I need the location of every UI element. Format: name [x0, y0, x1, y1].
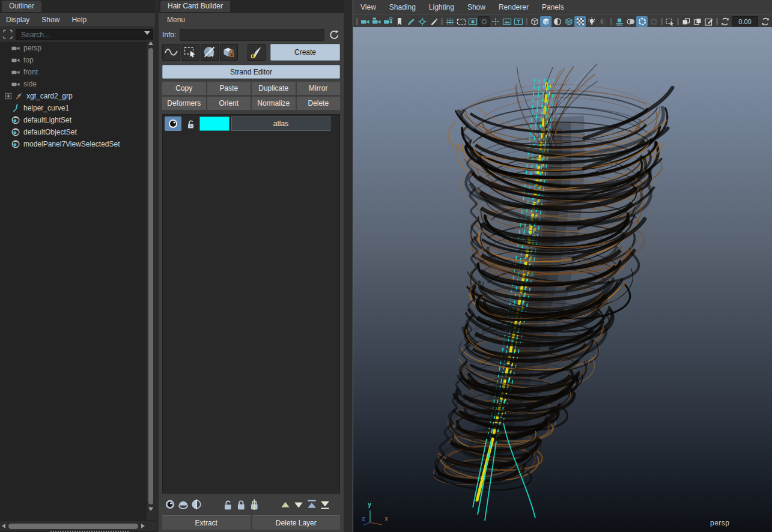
duplicate-button[interactable]: Duplicate: [252, 82, 296, 95]
xray-icon[interactable]: [680, 16, 691, 27]
toolbar-separator[interactable]: [524, 17, 529, 26]
outliner-item-top[interactable]: top: [0, 54, 147, 66]
search-dropdown-icon[interactable]: [144, 31, 150, 35]
bookmarks-icon[interactable]: [394, 16, 405, 27]
normalize-button[interactable]: Normalize: [252, 97, 296, 110]
camera-attributes-icon[interactable]: [382, 16, 394, 27]
gate-mask-icon[interactable]: [478, 16, 490, 27]
layer-row[interactable]: atlas: [165, 116, 338, 131]
toolbar-separator[interactable]: [675, 17, 680, 26]
viewport-menu-panels[interactable]: Panels: [542, 3, 564, 11]
toolbar-grip[interactable]: [354, 17, 359, 26]
exposure-field[interactable]: 0.00: [732, 16, 758, 26]
outliner-menu-show[interactable]: Show: [41, 16, 59, 24]
hair-card-builder-tab[interactable]: Hair Card Builder: [160, 1, 230, 12]
image-plane-icon[interactable]: [405, 16, 416, 27]
move-layer-up-icon[interactable]: [280, 499, 291, 510]
move-layer-top-icon[interactable]: [306, 499, 317, 510]
viewport-menu-view[interactable]: View: [360, 3, 376, 11]
refresh-icon[interactable]: [328, 29, 340, 41]
toolbar-separator[interactable]: [439, 17, 444, 26]
hair-card-tool-icon[interactable]: [248, 44, 266, 61]
delete-button[interactable]: Delete: [297, 97, 341, 110]
safe-action-icon[interactable]: [501, 16, 512, 27]
occlusion-icon[interactable]: [613, 16, 625, 27]
use-all-lights-icon[interactable]: [586, 16, 597, 27]
wireframe-icon[interactable]: [529, 16, 540, 27]
hscroll-thumb[interactable]: [8, 524, 138, 529]
create-button[interactable]: Create: [270, 44, 340, 61]
exposure-icon[interactable]: [719, 16, 731, 27]
layer-visibility-button[interactable]: [165, 116, 181, 131]
scroll-down-icon[interactable]: [147, 506, 155, 513]
shadows-icon[interactable]: [597, 16, 609, 27]
lock-selected-icon[interactable]: [249, 499, 260, 510]
outliner-item-persp[interactable]: persp: [0, 42, 147, 54]
outliner-item-side[interactable]: side: [0, 78, 147, 90]
mirror-button[interactable]: Mirror: [297, 82, 341, 95]
search-input[interactable]: [16, 29, 153, 40]
outliner-item-defaultLightSet[interactable]: defaultLightSet: [0, 114, 147, 126]
delete-layer-button[interactable]: Delete Layer: [252, 515, 341, 530]
sphere-shade-icon[interactable]: [201, 44, 219, 61]
shaded-icon[interactable]: [540, 16, 552, 27]
plugin-shapes-icon[interactable]: [703, 16, 714, 27]
depth-of-field-icon[interactable]: [648, 16, 659, 27]
viewport-menu-show[interactable]: Show: [467, 3, 485, 11]
scroll-up-icon[interactable]: [147, 40, 155, 47]
move-layer-down-icon[interactable]: [293, 499, 304, 510]
pan-zoom-icon[interactable]: [416, 16, 428, 27]
copy-button[interactable]: Copy: [162, 82, 206, 95]
viewport-menu-shading[interactable]: Shading: [389, 3, 416, 11]
hcb-menu[interactable]: Menu: [167, 16, 185, 24]
layer-name-field[interactable]: atlas: [231, 116, 330, 131]
safe-title-icon[interactable]: [512, 16, 524, 27]
paste-button[interactable]: Paste: [207, 82, 251, 95]
curve-tool-icon[interactable]: [162, 44, 180, 61]
layer-lock-button[interactable]: [183, 116, 198, 131]
viewport-canvas[interactable]: y x z persp: [353, 27, 772, 532]
toolbar-separator[interactable]: [714, 17, 719, 26]
grease-pencil-icon[interactable]: [428, 16, 439, 27]
textured-icon[interactable]: [563, 16, 574, 27]
grid-icon[interactable]: [444, 16, 455, 27]
wireframe-on-shaded-icon[interactable]: [552, 16, 563, 27]
xray-joints-icon[interactable]: [691, 16, 703, 27]
field-chart-icon[interactable]: [490, 16, 501, 27]
outliner-menu-display[interactable]: Display: [6, 16, 29, 24]
strand-editor-button[interactable]: Strand Editor: [162, 65, 340, 79]
outliner-tab[interactable]: Outliner: [2, 1, 41, 12]
outliner-item-helper_curve1[interactable]: helper_curve1: [0, 102, 147, 114]
marquee-select-icon[interactable]: [181, 44, 199, 61]
film-gate-icon[interactable]: [455, 16, 467, 27]
toolbar-separator[interactable]: [659, 17, 664, 26]
outliner-item-modelPanel7ViewSelectedSet[interactable]: modelPanel7ViewSelectedSet: [0, 138, 147, 150]
viewport-menu-lighting[interactable]: Lighting: [429, 3, 454, 11]
viewport-menu-renderer[interactable]: Renderer: [499, 3, 529, 11]
motion-blur-icon[interactable]: [625, 16, 636, 27]
select-camera-icon[interactable]: [359, 16, 371, 27]
lock-camera-icon[interactable]: [371, 16, 382, 27]
outliner-item-xgt_card2_grp[interactable]: xgt_card2_grp: [0, 90, 147, 102]
outliner-item-front[interactable]: front: [0, 66, 147, 78]
lock-geometry-icon[interactable]: [220, 44, 238, 61]
outliner-hscrollbar[interactable]: [0, 521, 155, 531]
resolution-gate-icon[interactable]: [467, 16, 478, 27]
gamma-icon[interactable]: [759, 16, 771, 27]
scroll-left-icon[interactable]: [0, 521, 7, 531]
visibility-reference-icon[interactable]: [191, 499, 202, 510]
unlock-layers-icon[interactable]: [222, 499, 233, 510]
visibility-template-icon[interactable]: [178, 499, 189, 510]
outliner-item-defaultObjectSet[interactable]: defaultObjectSet: [0, 126, 147, 138]
filter-icon[interactable]: [2, 29, 13, 40]
deformers-button[interactable]: Deformers: [162, 97, 206, 110]
toolbar-separator[interactable]: [609, 17, 613, 26]
layer-color-swatch[interactable]: [199, 116, 229, 131]
extract-button[interactable]: Extract: [162, 515, 251, 530]
move-layer-bottom-icon[interactable]: [320, 499, 330, 510]
expand-icon[interactable]: [4, 92, 13, 101]
outliner-vscrollbar[interactable]: [147, 40, 155, 520]
outliner-menu-help[interactable]: Help: [71, 16, 87, 24]
checker-texture-icon[interactable]: [574, 16, 586, 27]
vscroll-thumb[interactable]: [148, 48, 153, 504]
